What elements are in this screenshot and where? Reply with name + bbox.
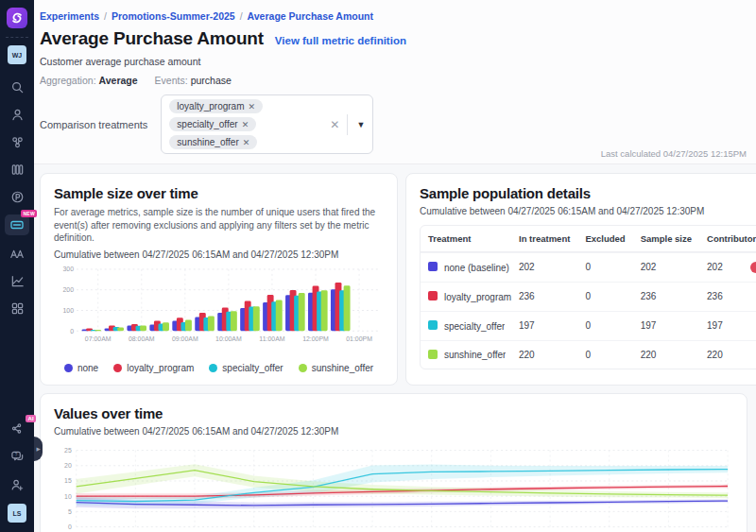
treatment-select[interactable]: loyalty_program✕specialty_offer✕sunshine… xyxy=(161,94,373,154)
table-cell: 197 xyxy=(699,311,756,340)
feedback-tab[interactable] xyxy=(750,262,756,273)
treatment-tag-label: sunshine_offer xyxy=(177,137,238,147)
treatment-tag-label: loyalty_program xyxy=(177,101,244,112)
table-header: Treatment xyxy=(421,226,511,252)
values-title: Values over time xyxy=(54,405,733,421)
user-avatar[interactable]: LS xyxy=(8,504,26,523)
remove-tag-icon[interactable]: ✕ xyxy=(242,120,249,129)
table-cell: 220 xyxy=(633,340,699,369)
legend-dot xyxy=(209,364,217,372)
legend-item[interactable]: loyalty_program xyxy=(113,363,194,373)
svg-text:10:00AM: 10:00AM xyxy=(215,335,242,342)
table-header: Excluded xyxy=(577,226,632,252)
svg-text:09:00AM: 09:00AM xyxy=(172,335,198,342)
experiments-icon[interactable] xyxy=(7,160,27,179)
treatment-color-swatch xyxy=(428,320,438,330)
table-cell: 0 xyxy=(577,252,632,282)
legend-item[interactable]: sunshine_offer xyxy=(299,363,373,373)
autotune-icon[interactable] xyxy=(7,244,27,263)
page-title: Average Purchase Amount xyxy=(40,28,264,49)
aggregation-label: Aggregation: xyxy=(40,75,96,86)
table-row: sunshine_offer2200220220 xyxy=(421,340,756,369)
user-icon[interactable] xyxy=(7,105,27,124)
pulse-icon[interactable] xyxy=(7,187,27,206)
legend-dot xyxy=(113,364,122,372)
legend-dot xyxy=(299,364,307,372)
workspace-badge[interactable]: WJ xyxy=(8,45,26,64)
svg-text:10: 10 xyxy=(64,492,72,499)
treatment-tags: loyalty_program✕specialty_offer✕sunshine… xyxy=(169,99,320,149)
table-row: specialty_offer1970197197 xyxy=(421,311,756,340)
table-header: Sample size xyxy=(633,226,699,252)
values-line-chart[interactable]: 051015202507:00AM07:30AM08:00AM08:30AM09… xyxy=(54,442,733,532)
breadcrumb-experiments[interactable]: Experiments xyxy=(40,10,99,22)
treatment-name: specialty_offer xyxy=(444,321,505,332)
treatment-name: none (baseline) xyxy=(444,263,509,273)
invite-user-icon[interactable] xyxy=(7,475,27,494)
sample-size-bar-chart[interactable]: 010020030007:00AM08:00AM09:00AM10:00AM11… xyxy=(54,264,384,357)
svg-text:?: ? xyxy=(14,453,17,457)
remove-tag-icon[interactable]: ✕ xyxy=(248,102,255,112)
aggregation-value: Average xyxy=(99,75,138,86)
table-cell: 236 xyxy=(633,282,699,311)
statsig-logo-icon xyxy=(10,11,24,25)
values-range: Cumulative between 04/27/2025 06:15AM an… xyxy=(54,426,733,437)
treatment-tag[interactable]: sunshine_offer✕ xyxy=(169,135,257,149)
sample-size-range: Cumulative between 04/27/2025 06:15AM an… xyxy=(54,249,384,260)
table-cell: 236 xyxy=(511,282,577,311)
insights-icon[interactable] xyxy=(7,271,27,290)
table-cell: 197 xyxy=(633,311,699,340)
dashboards-icon[interactable] xyxy=(7,299,27,317)
gates-icon[interactable] xyxy=(7,132,27,151)
table-row: none (baseline)2020202202 xyxy=(421,252,756,282)
population-table: TreatmentIn treatmentExcludedSample size… xyxy=(420,225,756,369)
treatment-color-swatch xyxy=(428,350,438,359)
legend-label: none xyxy=(77,363,98,373)
table-cell: 236 xyxy=(699,282,756,311)
svg-text:12:00PM: 12:00PM xyxy=(302,335,329,342)
sample-population-card: Sample population details Cumulative bet… xyxy=(405,173,756,386)
support-chat-icon[interactable]: ? xyxy=(7,447,27,466)
breadcrumb-metric-name[interactable]: Average Purchase Amount xyxy=(248,10,373,22)
statsig-logo[interactable] xyxy=(7,8,27,28)
legend-label: loyalty_program xyxy=(127,363,194,373)
metric-description: Customer average purchase amount xyxy=(40,56,747,67)
table-cell: 220 xyxy=(511,340,577,369)
breadcrumb-experiment-name[interactable]: Promotions-Summer-2025 xyxy=(112,10,235,22)
legend-item[interactable]: specialty_offer xyxy=(209,363,283,373)
table-cell: 197 xyxy=(511,311,577,340)
breadcrumb: Experiments / Promotions-Summer-2025 / A… xyxy=(40,10,747,22)
clear-all-icon[interactable]: ✕ xyxy=(330,118,339,131)
sample-size-description: For average metrics, sample size is the … xyxy=(54,206,384,245)
legend-label: specialty_offer xyxy=(222,363,283,373)
view-metric-definition-link[interactable]: View full metric definition xyxy=(275,35,406,46)
treatment-tag[interactable]: loyalty_program✕ xyxy=(169,99,263,113)
legend-item[interactable]: none xyxy=(64,363,98,373)
chevron-right-icon: ▶ xyxy=(36,446,40,452)
treatment-tag[interactable]: specialty_offer✕ xyxy=(169,117,256,131)
remove-tag-icon[interactable]: ✕ xyxy=(243,138,250,147)
svg-text:0: 0 xyxy=(68,523,72,530)
ai-badge: AI xyxy=(26,415,36,422)
table-cell: 0 xyxy=(577,311,632,340)
svg-text:07:00AM: 07:00AM xyxy=(85,335,112,342)
chevron-down-icon[interactable]: ▼ xyxy=(356,120,365,129)
sidebar-bottom-nav: AI? xyxy=(7,419,27,494)
table-cell: 0 xyxy=(577,282,632,311)
svg-text:5: 5 xyxy=(68,507,72,514)
breadcrumb-separator: / xyxy=(104,10,107,22)
table-cell: 0 xyxy=(577,340,632,369)
sample-size-title: Sample size over time xyxy=(54,185,384,201)
app-window: WJ NEW AI? LS ▶ Experiments / Promotions… xyxy=(0,0,756,532)
treatment-name: loyalty_program xyxy=(444,292,511,302)
metric-meta: Aggregation:Average Events:purchase xyxy=(40,75,747,86)
svg-text:100: 100 xyxy=(62,306,74,313)
treatment-name: sunshine_offer xyxy=(444,350,506,360)
metrics-icon[interactable]: NEW xyxy=(5,215,29,235)
page-header: Experiments / Promotions-Summer-2025 / A… xyxy=(34,0,756,164)
comparison-treatments-label: Comparison treatments xyxy=(40,119,147,130)
last-calculated-timestamp: Last calculated 04/27/2025 12:15PM xyxy=(601,148,747,159)
ai-assistant-icon[interactable]: AI xyxy=(7,419,27,438)
events-label: Events: xyxy=(155,75,188,86)
search-icon[interactable] xyxy=(7,77,27,96)
